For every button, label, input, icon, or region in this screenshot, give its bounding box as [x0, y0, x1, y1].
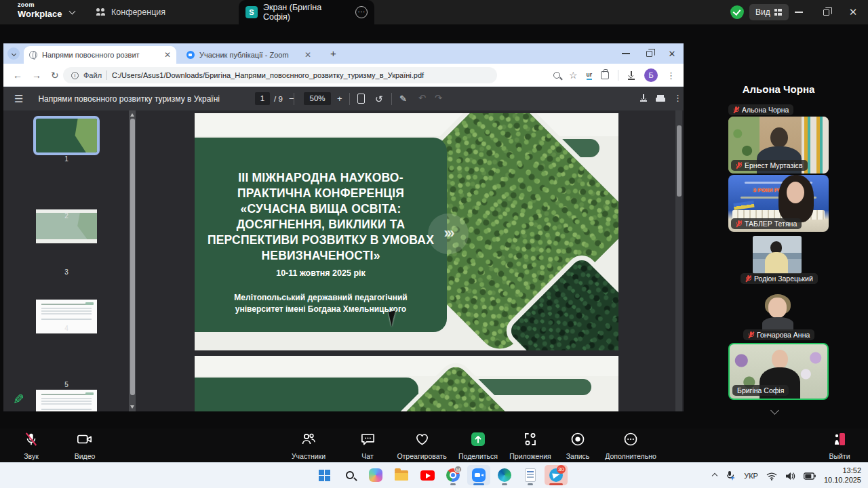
system-tray: УКР 13:52 10.10.2025	[713, 463, 868, 488]
browser-restore-button[interactable]	[637, 43, 660, 64]
minimize-button[interactable]	[785, 0, 812, 24]
layout-grid-icon	[774, 9, 783, 16]
taskbar-copilot[interactable]	[364, 465, 387, 485]
reload-icon[interactable]: ↻	[51, 70, 59, 81]
participant-avatar-anna[interactable]	[753, 291, 803, 331]
muted-mic-icon	[745, 275, 751, 283]
thumbnail-page-4[interactable]	[36, 390, 97, 411]
browser-tab-pdf[interactable]: Напрями повоєнного розвит ✕	[24, 46, 176, 64]
more-dots-icon	[623, 432, 638, 447]
tab-screen-share[interactable]: S Экран (Бригіна Софія) ⋯	[239, 0, 374, 24]
chrome-window: Напрями повоєнного розвит ✕ Учасник публ…	[3, 43, 684, 411]
close-tab-icon[interactable]: ✕	[304, 50, 311, 60]
participants-scroll-down-button[interactable]	[772, 404, 785, 412]
participant-label: Родіон Зарецький	[741, 273, 818, 284]
new-tab-button[interactable]: +	[330, 47, 336, 59]
close-tab-icon[interactable]: ✕	[164, 50, 171, 60]
participants-button[interactable]: Участники	[286, 432, 331, 460]
chevron-down-icon[interactable]	[69, 8, 76, 15]
undo-icon[interactable]: ↶	[418, 93, 426, 103]
language-indicator[interactable]: УКР	[744, 472, 758, 480]
profile-avatar[interactable]: Б	[644, 68, 658, 82]
tab-search-button[interactable]	[7, 47, 20, 60]
people-icon	[95, 8, 106, 16]
start-button[interactable]	[313, 465, 336, 485]
browser-tab-zoom[interactable]: Учасник публікації - Zoom ✕	[181, 46, 317, 64]
participant-video-ernest[interactable]: Ернест Муртазієв	[728, 117, 829, 174]
more-button[interactable]: Дополнительно	[599, 432, 662, 460]
zoom-controls-bar: Звук Видео Участники 32 Чат Отреагирова	[0, 428, 868, 462]
rotate-icon[interactable]: ↻	[375, 94, 383, 104]
downloads-icon[interactable]	[627, 71, 635, 79]
video-button[interactable]: Видео	[65, 432, 104, 460]
thumbnail-page-1[interactable]	[36, 119, 97, 152]
page-number-input[interactable]: 1	[255, 92, 270, 105]
tray-date: 10.10.2025	[824, 476, 861, 485]
annotate-pen-icon[interactable]: ✎	[399, 94, 407, 104]
extensions-puzzle-icon[interactable]	[601, 71, 609, 79]
audio-button[interactable]: Звук	[12, 432, 50, 460]
info-icon[interactable]: i	[71, 72, 79, 79]
pdf-menu-icon[interactable]: ☰	[14, 93, 23, 105]
forward-icon[interactable]: →	[32, 70, 41, 81]
battery-icon[interactable]	[804, 472, 816, 480]
redo-icon[interactable]: ↷	[435, 93, 442, 103]
taskbar-telegram[interactable]: 30	[545, 465, 568, 485]
windows-logo-icon	[319, 470, 330, 481]
clock[interactable]: 13:52 10.10.2025	[824, 466, 861, 485]
chat-button[interactable]: Чат	[351, 432, 384, 460]
wifi-icon[interactable]	[766, 472, 777, 481]
share-screen-icon	[471, 432, 486, 447]
apps-icon	[523, 432, 538, 447]
back-icon[interactable]: ←	[13, 70, 22, 81]
share-button[interactable]: Поделиться	[456, 432, 500, 460]
zoom-out-icon[interactable]: −	[289, 94, 294, 104]
taskbar-explorer[interactable]	[390, 465, 413, 485]
tray-expand-icon[interactable]	[712, 473, 717, 479]
bookmark-star-icon[interactable]: ☆	[569, 70, 578, 81]
url-field[interactable]: i Файл C:/Users/Asus1/Downloads/Бригіна_…	[63, 67, 497, 83]
pdf-download-icon[interactable]	[639, 94, 648, 102]
slide-next-arrows-icon: ›››	[428, 214, 469, 254]
browser-close-button[interactable]: ✕	[660, 43, 684, 64]
participant-video-tabler[interactable]: 3 РОКИ РЕЛОКАЦІЇ ТАБЛЕР Тетяна	[728, 175, 829, 232]
close-button[interactable]: ✕	[840, 0, 867, 24]
leave-button[interactable]: Выйти	[822, 432, 857, 460]
pdf-more-icon[interactable]: ⋮	[673, 93, 682, 103]
zoom-text-icon[interactable]	[553, 72, 560, 79]
fit-page-icon[interactable]	[357, 94, 365, 104]
volume-icon[interactable]	[785, 472, 795, 481]
tray-mic-icon[interactable]	[725, 470, 736, 481]
taskbar-search-button[interactable]	[338, 465, 361, 485]
browser-menu-icon[interactable]: ⋮	[667, 70, 675, 81]
browser-minimize-button[interactable]	[614, 43, 637, 64]
addressbar-actions: ☆ ur Б ⋮	[553, 64, 684, 87]
view-button[interactable]: Вид	[749, 4, 789, 20]
pdf-scrollbar[interactable]	[675, 110, 682, 411]
participant-video-sofia-active[interactable]: Бригіна Софія	[728, 343, 829, 400]
slide-title: ІІІ МІЖНАРОДНА НАУКОВО-ПРАКТИЧНА КОНФЕРЕ…	[205, 170, 436, 264]
thumbnail-scrollbar[interactable]	[129, 110, 136, 411]
taskbar-zoom-active[interactable]	[467, 465, 490, 485]
react-button[interactable]: Отреагировать	[392, 432, 452, 460]
tray-time: 13:52	[824, 466, 861, 476]
participant-avatar-rodion[interactable]	[753, 236, 802, 274]
writer-doc-icon	[525, 468, 536, 482]
annotate-pencil-icon[interactable]: ✎	[13, 391, 24, 407]
zoom-favicon	[186, 51, 195, 59]
zoom-in-icon[interactable]: +	[337, 94, 342, 104]
print-icon[interactable]	[656, 95, 665, 102]
extension-ur-icon[interactable]: ur	[587, 71, 593, 80]
zoom-level-value[interactable]: 50%	[304, 92, 331, 105]
taskbar-chrome[interactable]: M	[441, 465, 465, 485]
restore-button[interactable]	[812, 0, 840, 24]
muted-mic-icon	[24, 432, 39, 447]
tab-meeting[interactable]: Конференция	[95, 0, 165, 24]
taskbar-edge[interactable]	[493, 465, 516, 485]
tab-more-icon[interactable]: ⋯	[355, 6, 368, 18]
participant-label: Альона Чорна	[728, 104, 793, 115]
apps-button[interactable]: Приложения	[506, 432, 555, 460]
record-button[interactable]: Запись	[560, 432, 595, 460]
taskbar-youtube[interactable]	[416, 465, 439, 485]
taskbar-writer[interactable]	[519, 465, 542, 485]
